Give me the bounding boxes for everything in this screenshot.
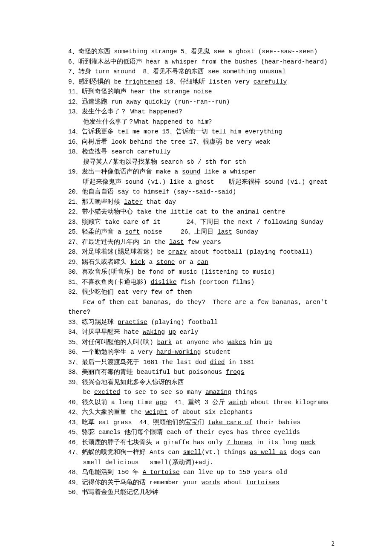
underlined-text: stone: [156, 259, 175, 266]
text-segment: 45、骆驼 camels 他们每个眼睛 each of their eyes h…: [68, 429, 300, 436]
text-line: 30、喜欢音乐(听音乐) be fond of music (listening…: [68, 267, 336, 278]
underlined-text: smell: [183, 449, 202, 456]
text-segment: 27、在最近过去的几年内 in the: [68, 239, 169, 246]
text-line: be excited to see to see so many amazing…: [68, 387, 336, 398]
text-line: 39、很兴奋地看见如此多令人惊讶的东西: [68, 378, 336, 388]
text-line: 48、乌龟能活到 150 年 A tortoise can live up to…: [68, 468, 336, 478]
text-line: 14、告诉我更多 tel me more 15、告诉他一切 tell him e…: [68, 127, 336, 137]
text-line: 37、最后一只渡渡鸟死于 1681 The last dod died in 1…: [68, 358, 336, 368]
text-line: 32、很少吃他们 eat very few of them: [68, 287, 336, 298]
text-segment: 28、对足球着迷(踢足球着迷) be: [68, 249, 168, 255]
text-line: 28、对足球着迷(踢足球着迷) be crazy about football …: [68, 247, 336, 257]
text-line: 23、照顾它 take care of it 24、下周日 the next /…: [68, 217, 336, 228]
underlined-text: sound: [182, 168, 201, 175]
underlined-text: take care of: [208, 419, 252, 426]
text-segment: that day: [143, 199, 176, 205]
underlined-text: later: [124, 199, 143, 205]
text-segment: of about six elephants: [167, 409, 253, 416]
underlined-text: noise: [193, 88, 212, 95]
text-line: 27、在最近过去的几年内 in the last few years: [68, 237, 336, 248]
text-line: 16、向树后看 look behind the tree 17、很虚弱 be v…: [68, 137, 336, 147]
text-segment: 38、美丽而有毒的青蛙 beautiful but poisonous: [68, 369, 226, 376]
text-segment: (vt.) things: [202, 449, 250, 456]
text-segment: 6、听到灌木丛中的低语声 hear a whisper from the bus…: [68, 58, 328, 65]
text-line: 21、那天晚些时候 later that day: [68, 197, 336, 208]
underlined-text: last: [217, 228, 232, 235]
text-segment: 19、发出一种像低语声的声音 make a: [68, 168, 182, 175]
text-segment: 11、听到奇怪的响声 hear the strange: [68, 88, 193, 95]
document-page: 4、奇怪的东西 something strange 5、看见鬼 see a gh…: [0, 0, 392, 523]
text-segment: early: [176, 329, 198, 335]
underlined-text: unusual: [260, 68, 286, 75]
text-line: 19、发出一种像低语声的声音 make a sound like a whisp…: [68, 167, 336, 177]
text-line: 11、听到奇怪的响声 hear the strange noise: [68, 87, 336, 97]
text-line: 36、一个勤勉的学生 a very hard-working student: [68, 347, 336, 358]
text-segment: 37、最后一只渡渡鸟死于 1681 The last dod: [68, 359, 210, 366]
text-segment: be: [68, 389, 94, 396]
text-line: 9、感到恐惧的 be frightened 10、仔细地听 listen ver…: [68, 77, 336, 87]
underlined-text: practise: [118, 319, 147, 326]
text-line: 50、书写着金鱼只能记忆几秒钟: [68, 488, 336, 498]
underlined-text: dislike: [151, 279, 177, 286]
text-segment: dogs can: [287, 449, 320, 456]
text-segment: about football (playing football): [187, 249, 313, 255]
text-segment: 47、蚂蚁的嗅觉和狗一样好 Ants can: [68, 449, 183, 456]
text-line: 49、记得你的关于乌龟的话 remember your words about …: [68, 478, 336, 488]
text-segment: fish (cortoon films): [176, 279, 254, 286]
text-segment: about: [220, 479, 246, 486]
text-line: 12、迅速逃跑 run away quickly (run--ran--run): [68, 97, 336, 107]
underlined-text: frogs: [226, 369, 245, 376]
text-segment: 10、仔细地听 listen very: [162, 78, 254, 85]
text-segment: 13、发生什么事了？ What: [68, 108, 149, 115]
text-line: 22、带小猫去动物中心 take the little cat to the a…: [68, 207, 336, 217]
underlined-text: ghost: [236, 48, 255, 55]
text-segment: [165, 329, 169, 335]
text-segment: Sunday: [232, 228, 258, 235]
text-line: 40、很久以前 a long time ago 41、重约 3 公斤 weigh…: [68, 398, 336, 408]
text-segment: 7、转身 turn around 8、看见不寻常的东西 see somethin…: [68, 68, 260, 75]
text-segment: 9、感到恐惧的 be: [68, 78, 125, 85]
text-line: 33、练习踢足球 practise (playing) football: [68, 318, 336, 328]
underlined-text: amazing: [205, 389, 231, 396]
text-segment: 42、六头大象的重量 the: [68, 409, 145, 416]
text-segment: 40、很久以前 a long time: [68, 399, 156, 406]
text-segment: (playing) football: [147, 319, 218, 326]
text-line: 25、轻柔的声音 a soft noise 26、上周日 last Sunday: [68, 227, 336, 237]
text-segment: their babies: [252, 419, 300, 426]
text-segment: 20、他自言自语 say to himself (say--said--said…: [68, 188, 236, 195]
underlined-text: carefully: [254, 78, 287, 85]
text-segment: 35、对任何叫醒他的人叫(吠): [68, 339, 157, 346]
text-segment: to see to see so many: [120, 389, 205, 396]
text-line: 听起来像鬼声 sound (vi.) like a ghost 听起来很棒 so…: [68, 177, 336, 188]
text-segment: like a whisper: [201, 168, 257, 175]
text-line: smell delicious smell(系动词)+adj.: [68, 458, 336, 468]
text-segment: 48、乌龟能活到 150 年: [68, 469, 143, 476]
text-segment: 23、照顾它 take care of it 24、下周日 the next /…: [68, 219, 323, 225]
text-segment: 14、告诉我更多 tel me more 15、告诉他一切 tell him: [68, 128, 245, 135]
text-segment: 听起来像鬼声 sound (vi.) like a ghost 听起来很棒 so…: [68, 179, 328, 185]
text-segment: student: [201, 349, 231, 356]
text-segment: 32、很少吃他们 eat very few of them: [68, 289, 192, 295]
text-segment: noise 26、上周日: [140, 228, 217, 235]
text-segment: 31、不喜欢鱼肉(卡通电影): [68, 279, 151, 286]
text-segment: 16、向树后看 look behind the tree 17、很虚弱 be v…: [68, 139, 270, 145]
text-segment: can live up to 150 years old: [180, 469, 287, 476]
text-segment: few years: [184, 239, 221, 246]
text-segment: 34、讨厌早早醒来 hate: [68, 329, 143, 335]
text-segment: about three kilograms: [247, 399, 329, 406]
underlined-text: weigh: [228, 399, 247, 406]
page-number: 2: [0, 523, 392, 547]
text-segment: 46、长颈鹿的脖子有七块骨头 a giraffe has only: [68, 439, 226, 446]
text-segment: or a: [175, 259, 197, 266]
underlined-text: up: [169, 329, 176, 335]
underlined-text: words: [202, 479, 220, 486]
text-line: 7、转身 turn around 8、看见不寻常的东西 see somethin…: [68, 67, 336, 77]
text-segment: 22、带小猫去动物中心 take the little cat to the a…: [68, 208, 285, 215]
text-segment: 他发生什么事了？What happened to him?: [68, 119, 212, 125]
text-segment: 4、奇怪的东西 something strange 5、看见鬼 see a: [68, 48, 236, 55]
text-segment: 43、吃草 eat grass 44、照顾他们的宝宝们: [68, 419, 208, 426]
text-line: 45、骆驼 camels 他们每个眼睛 each of their eyes h…: [68, 428, 336, 438]
text-line: 20、他自言自语 say to himself (say--said--said…: [68, 187, 336, 197]
text-segment: 49、记得你的关于乌龟的话 remember your: [68, 479, 202, 486]
underlined-text: weight: [145, 409, 167, 416]
